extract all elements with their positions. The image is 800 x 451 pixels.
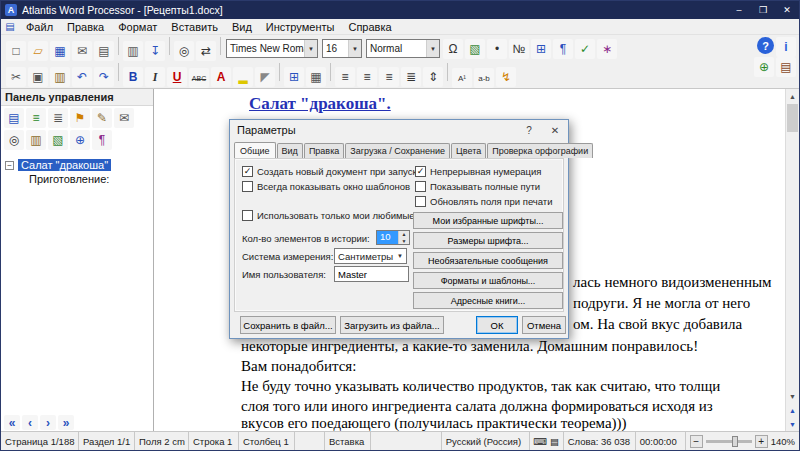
addons-icon[interactable]: ▤ <box>776 57 796 77</box>
tab-load-save[interactable]: Загрузка / Сохранение <box>345 143 450 158</box>
align-right-icon[interactable]: ≡ <box>379 67 399 87</box>
panel-headings-icon[interactable]: ≡ <box>26 108 46 128</box>
close-button[interactable]: ✕ <box>775 1 799 19</box>
autoformat-icon[interactable]: ↯ <box>496 67 516 87</box>
numbering-icon[interactable]: № <box>509 39 529 59</box>
formatting-marks-icon[interactable]: ¶ <box>553 39 573 59</box>
first-page-icon[interactable]: « <box>4 415 20 430</box>
load-from-file-button[interactable]: Загрузить из файла... <box>340 316 444 334</box>
panel-outline-icon[interactable]: ≣ <box>48 108 68 128</box>
table-icon[interactable]: ⊞ <box>284 67 304 87</box>
copy-icon[interactable]: ▣ <box>28 67 48 87</box>
zoom-out-button[interactable]: − <box>690 435 703 448</box>
maximize-button[interactable]: ❒ <box>751 1 775 19</box>
panel-clipboard-icon[interactable]: ▥ <box>26 130 46 150</box>
scrollbar-thumb[interactable] <box>787 104 798 132</box>
panel-marks-icon[interactable]: ¶ <box>92 130 112 150</box>
justify-icon[interactable]: ≣ <box>401 67 421 87</box>
spinner-down-icon[interactable]: ▼ <box>399 238 409 245</box>
address-books-button[interactable]: Адресные книги... <box>413 292 563 309</box>
email-icon[interactable]: ✉ <box>72 41 92 61</box>
superscript-icon[interactable]: A¹ <box>452 68 472 88</box>
highlight-icon[interactable]: ▂ <box>233 67 253 87</box>
measurement-system-combo[interactable]: Сантиметры ▼ <box>334 248 407 264</box>
zoom-in-button[interactable]: + <box>755 435 768 448</box>
font-size-combo[interactable]: 16 ▼ <box>322 39 362 58</box>
thesaurus-icon[interactable]: ∗ <box>597 39 617 59</box>
save-icon[interactable]: ▦ <box>50 41 70 61</box>
browse-previous-icon[interactable]: ▲ <box>786 403 799 417</box>
insert-table-icon[interactable]: ⊞ <box>531 39 551 59</box>
print-icon[interactable]: ▤ <box>94 41 114 61</box>
font-color-icon[interactable]: A <box>211 67 231 87</box>
insert-image-icon[interactable]: ▧ <box>465 39 485 59</box>
font-sizes-button[interactable]: Размеры шрифта... <box>413 232 563 249</box>
panel-bookmarks-icon[interactable]: ⚑ <box>70 108 90 128</box>
web-icon[interactable]: ⊕ <box>754 57 774 77</box>
history-count-spinner[interactable]: 10 ▲▼ <box>376 230 410 245</box>
zoom-slider-thumb[interactable] <box>732 436 738 447</box>
tab-edit[interactable]: Правка <box>304 143 344 158</box>
print-preview-icon[interactable]: ▥ <box>123 41 143 61</box>
checkbox-show-full-paths[interactable]: Показывать полные пути <box>415 181 540 192</box>
vertical-scrollbar[interactable]: ▲ ▼ ▲ ▼ <box>785 89 799 431</box>
save-to-file-button[interactable]: Сохранить в файл... <box>240 316 336 334</box>
optional-messages-button[interactable]: Необязательные сообщения <box>413 252 563 269</box>
menu-view[interactable]: Вид <box>225 20 259 34</box>
last-page-icon[interactable]: » <box>58 415 74 430</box>
font-name-combo[interactable]: Times New Roman ▼ <box>226 39 318 58</box>
symbol-icon[interactable]: Ω <box>443 39 463 59</box>
menu-help[interactable]: Справка <box>341 20 398 34</box>
scroll-down-icon[interactable]: ▼ <box>786 389 799 403</box>
dialog-help-button[interactable]: ? <box>516 120 542 140</box>
tree-expander-icon[interactable]: − <box>5 161 14 170</box>
tab-general[interactable]: Общие <box>234 142 276 159</box>
next-page-icon[interactable]: › <box>40 415 56 430</box>
status-language[interactable]: Русский (Россия) <box>442 432 530 450</box>
borders-icon[interactable]: ▦ <box>306 67 326 87</box>
panel-images-icon[interactable]: ▧ <box>48 130 68 150</box>
formats-templates-button[interactable]: Форматы и шаблоны... <box>413 272 563 289</box>
tab-view[interactable]: Вид <box>277 143 303 158</box>
username-field[interactable] <box>334 266 409 282</box>
cancel-button[interactable]: Отмена <box>522 316 566 334</box>
align-left-icon[interactable]: ≡ <box>335 67 355 87</box>
strikethrough-icon[interactable]: ABC <box>189 68 209 88</box>
line-spacing-icon[interactable]: ⇕ <box>423 67 443 87</box>
new-document-icon[interactable]: □ <box>6 41 26 61</box>
spellcheck-icon[interactable]: ✓ <box>575 39 595 59</box>
info-icon[interactable]: i <box>776 37 796 57</box>
panel-search-icon[interactable]: ◎ <box>4 130 24 150</box>
cut-icon[interactable]: ✂ <box>6 67 26 87</box>
eraser-icon[interactable]: ◤ <box>255 67 275 87</box>
align-center-icon[interactable]: ≡ <box>357 67 377 87</box>
tree-item-salad[interactable]: Салат "дракоша" <box>18 159 111 171</box>
export-icon[interactable]: ↧ <box>145 41 165 61</box>
menu-file[interactable]: Файл <box>19 20 60 34</box>
menu-edit[interactable]: Правка <box>60 20 111 34</box>
tab-spelling[interactable]: Проверка орфографии <box>487 143 593 158</box>
scroll-up-icon[interactable]: ▲ <box>786 89 799 103</box>
checkbox-create-new-document[interactable]: ✓ Создать новый документ при запуске <box>242 166 422 177</box>
menu-format[interactable]: Формат <box>111 20 164 34</box>
tab-colors[interactable]: Цвета <box>451 143 486 158</box>
status-word-count[interactable]: Слова: 36 038 <box>564 432 636 450</box>
panel-documents-icon[interactable]: ▤ <box>4 108 24 128</box>
checkbox-continuous-numbering[interactable]: ✓ Непрерывная нумерация <box>415 166 542 177</box>
hyphenation-icon[interactable]: a-b <box>474 68 494 88</box>
find-icon[interactable]: ◎ <box>174 41 194 61</box>
tree-item-preparation[interactable]: Приготовление: <box>1 172 153 186</box>
bold-icon[interactable]: B <box>123 67 143 87</box>
minimize-button[interactable]: – <box>727 1 751 19</box>
panel-notes-icon[interactable]: ✎ <box>92 108 112 128</box>
panel-links-icon[interactable]: ⊕ <box>70 130 90 150</box>
panel-mail-icon[interactable]: ✉ <box>114 108 134 128</box>
zoom-slider[interactable] <box>706 440 752 443</box>
dialog-close-button[interactable]: ✕ <box>542 120 568 140</box>
style-combo[interactable]: Normal ▼ <box>366 39 440 58</box>
replace-icon[interactable]: ⇄ <box>196 41 216 61</box>
favorite-fonts-button[interactable]: Мои избранные шрифты... <box>413 212 563 229</box>
help-icon[interactable]: ? <box>757 37 774 54</box>
underline-icon[interactable]: U <box>167 67 187 87</box>
menu-tools[interactable]: Инструменты <box>259 20 342 34</box>
